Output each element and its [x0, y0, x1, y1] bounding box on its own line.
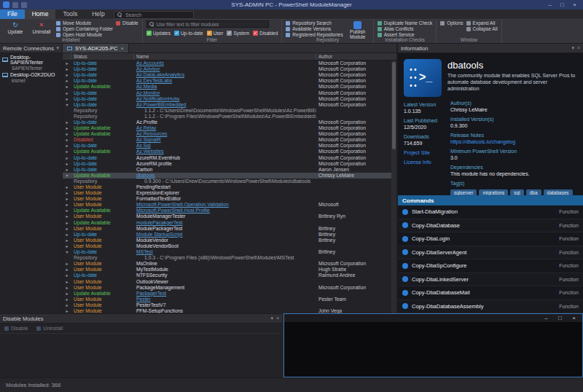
module-name[interactable]: Az.DevTestLabs [134, 78, 316, 84]
tab-close-icon[interactable] [120, 45, 124, 52]
row-expander-icon[interactable]: ▾ [63, 249, 71, 255]
module-name[interactable]: NTFSSecurity [134, 273, 316, 278]
table-row[interactable]: ▸ Up-to-date Az.DevTestLabs Microsoft Co… [63, 78, 391, 84]
table-row[interactable]: ▸ User Module ModulePackagerTest Brittne… [63, 226, 391, 232]
pin-icon[interactable] [270, 314, 273, 323]
module-name[interactable]: ModuleVendorBoot [134, 243, 316, 249]
table-row[interactable]: ▸ User Module PesterTestV7 [63, 302, 391, 308]
module-name[interactable]: ModulePackagerTest [134, 226, 316, 232]
module-name[interactable]: Az.Profile [134, 119, 316, 125]
author-column-header[interactable]: Author [316, 53, 396, 60]
row-expander-icon[interactable]: ▸ [63, 125, 71, 131]
filter-input[interactable]: Use filter text to filter modules [146, 20, 269, 28]
ribbon-button[interactable]: Duplicate Name Check [377, 20, 432, 26]
table-row[interactable]: ▸ Up-to-date Module StartupScript Brittn… [63, 232, 391, 238]
status-column-header[interactable]: Status [71, 53, 134, 60]
command-row[interactable]: Copy-DbaDatabaseAssembly Function [398, 300, 583, 314]
ribbon-button[interactable]: Open Host Module [56, 32, 113, 37]
grid-scrollbar[interactable] [391, 60, 396, 313]
module-name[interactable]: Carbon [134, 167, 316, 173]
row-expander-icon[interactable]: ▸ [63, 184, 71, 190]
ribbon-button[interactable]: Assert Service [377, 32, 432, 37]
module-name[interactable]: dbatools [134, 173, 316, 179]
table-row[interactable]: Repository 1.1.2 - C:\Users\Drew\Documen… [63, 108, 391, 114]
module-name[interactable]: Az.PowerBIEmbedded [134, 102, 316, 108]
minimize-button[interactable] [544, 1, 555, 9]
remote-computer-sub[interactable]: SAPIENTenter [0, 65, 62, 71]
ribbon-button[interactable]: Available Versions [286, 26, 343, 31]
table-row[interactable]: ▸ Up-to-date AzureRM.EventHub Microsoft … [63, 155, 391, 161]
row-expander-icon[interactable]: ▸ [63, 302, 71, 308]
row-expander-icon[interactable]: ▸ [63, 167, 71, 173]
row-expander-icon[interactable]: ▸ [63, 297, 71, 302]
table-row[interactable]: ▾ Update Available dbatools Chrissy LeMa… [63, 173, 391, 179]
table-row[interactable]: ▸ User Module ExpressionExplorer [63, 190, 391, 196]
table-row[interactable]: ▸ Up-to-date Az.Advisor Microsoft Corpor… [63, 66, 391, 72]
table-row[interactable]: ▾ Up-to-date Az.PowerBIEmbedded Microsof… [63, 102, 391, 108]
ribbon-tab[interactable]: Help [85, 9, 111, 19]
row-expander-icon[interactable]: ▸ [63, 208, 71, 213]
row-expander-icon[interactable]: ▸ [63, 308, 71, 313]
command-row[interactable]: Copy-DbaDatabase Function [398, 219, 583, 233]
module-name[interactable]: Az.NotificationHubs [134, 96, 316, 102]
close-icon[interactable] [577, 44, 580, 52]
module-name[interactable]: PendingRestart [134, 184, 316, 190]
filter-checkbox[interactable]: Updates [146, 31, 171, 36]
table-row[interactable]: ▸ Up-to-date AzureRM.profile Microsoft C… [63, 161, 391, 167]
module-name[interactable]: Az.Sql [134, 143, 316, 149]
command-row[interactable]: Copy-DbaSpConfigure Function [398, 259, 583, 273]
row-expander-icon[interactable]: ▾ [63, 173, 71, 179]
table-row[interactable]: ▸ Update Available Az.Resources Microsof… [63, 131, 391, 137]
row-expander-icon[interactable]: ▸ [63, 279, 71, 285]
command-row[interactable]: Copy-DbaDatabaseMail Function [398, 286, 583, 300]
update-button[interactable]: Update [4, 20, 27, 35]
info-stat-label[interactable]: Latest Version [404, 101, 447, 108]
table-row[interactable]: ▸ Up-to-date Az.Monitor Microsoft Corpor… [63, 90, 391, 95]
ribbon-search-input[interactable]: Search [114, 11, 194, 19]
row-expander-icon[interactable]: ▸ [63, 90, 71, 96]
module-name[interactable]: Az.Advisor [134, 66, 316, 72]
module-name[interactable]: MsOnline [134, 261, 316, 267]
table-row[interactable]: ▸ User Module ModuleManagerTester Brittn… [63, 213, 391, 219]
filter-checkbox[interactable]: User [207, 31, 224, 36]
row-expander-icon[interactable]: ▸ [63, 220, 71, 226]
table-row[interactable]: ▸ User Module OutlookViewer [63, 278, 391, 284]
ribbon-button[interactable]: Collapse All [466, 26, 498, 31]
module-name[interactable]: PackageManagement [134, 285, 316, 291]
table-row[interactable]: ▸ Disabled Az.SignalR Microsoft Corporat… [63, 137, 391, 143]
disabled-panel-button[interactable]: Disable [4, 326, 28, 331]
row-expander-icon[interactable]: ▸ [63, 285, 71, 291]
info-stat-label[interactable]: Downloads [404, 133, 447, 140]
module-name[interactable]: Az.Media [134, 84, 316, 90]
module-name[interactable]: ModuleManagerTester [134, 213, 316, 219]
ribbon-button[interactable]: Expand All [466, 20, 498, 26]
document-tab[interactable]: SYS-ADK205-PC [63, 44, 129, 52]
module-name[interactable]: ModuleVendor [134, 238, 316, 243]
row-expander-icon[interactable]: ▸ [63, 78, 71, 84]
remote-computer[interactable]: Desktop-SAPIENTenter [0, 53, 62, 65]
module-name[interactable]: PesterTestV7 [134, 302, 316, 308]
table-row[interactable]: ▸ Up-to-date Az.NotificationHubs Microso… [63, 96, 391, 102]
quick-access-icon-2[interactable] [21, 2, 27, 8]
row-expander-icon[interactable]: ▸ [63, 232, 71, 238]
table-row[interactable]: ▸ Up-to-date Carbon Aaron Jensen [63, 167, 391, 173]
options-button[interactable]: Options [440, 20, 463, 26]
maximize-button[interactable] [557, 1, 568, 9]
pin-icon[interactable] [56, 44, 59, 52]
row-expander-icon[interactable]: ▸ [63, 190, 71, 196]
table-row[interactable]: ▾ Up-to-date MSTest Brittney [63, 249, 391, 255]
table-row[interactable]: Repository 0.9.300 - C:\Users\Drew\Docum… [63, 179, 391, 184]
pin-icon[interactable] [571, 44, 574, 52]
table-row[interactable]: ▸ User Module ModuleVendorBoot [63, 243, 391, 249]
row-expander-icon[interactable]: ▸ [63, 261, 71, 267]
console-maximize-button[interactable] [555, 314, 566, 322]
info-stat-label[interactable]: License Info [404, 159, 447, 165]
module-name[interactable]: MyTestModule [134, 267, 316, 273]
row-expander-icon[interactable]: ▸ [63, 161, 71, 167]
ribbon-button[interactable]: Registered Repositories [286, 32, 343, 37]
module-name[interactable]: 1.1.2 - C:\Program Files\WindowsPowerShe… [134, 114, 316, 119]
module-name[interactable]: Az.DataLakeAnalytics [134, 72, 316, 78]
console-close-button[interactable] [568, 314, 579, 322]
command-row[interactable]: Copy-DbaLogin Function [398, 232, 583, 246]
ribbon-button[interactable]: Alias Conflicts [377, 26, 432, 31]
